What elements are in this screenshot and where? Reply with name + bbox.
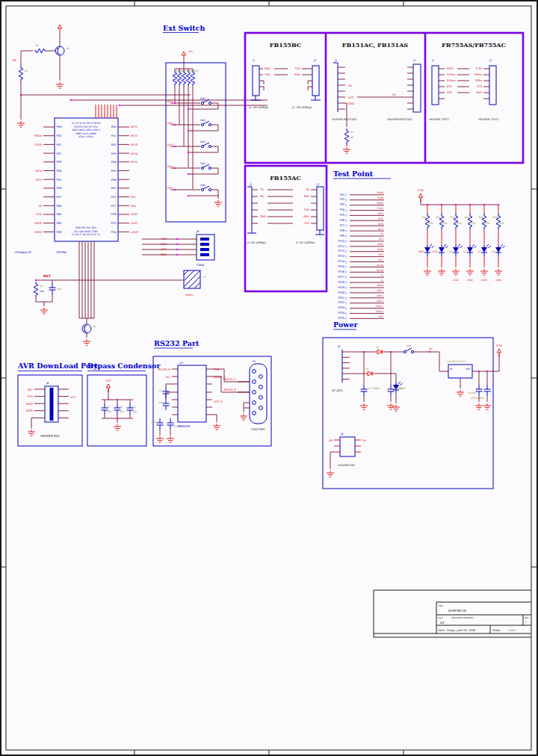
resistor-value: 10K [40,290,45,293]
rev-value: * [525,621,527,625]
net-label: RXD0 [34,134,43,137]
mcu-left-pin: PB1 SCK [37,213,62,216]
module-title: FB755AS/FB755AC [442,41,506,49]
test-point-brace: } [345,219,347,222]
module-wire-row: RXD TXD [259,67,312,70]
reset-circuit: RST R4 10K 104 [34,274,183,314]
net-label: RST [379,315,383,318]
pin-name: PE4 [57,170,62,173]
test-point-refdes: TP17 [337,276,344,279]
test-point-row: TP14 } OC2 [337,258,384,264]
test-point-brace: } [345,297,347,300]
net-label: LED1 [131,213,137,216]
cap-label: C8 104 [394,387,402,390]
net-label: SDA [131,205,137,208]
test-point-brace: } [345,281,347,284]
connector-note: HEADER 7(S/C) [429,118,450,121]
test-point-row: TP3 } RXD1 [338,202,384,207]
test-point-row: TP16 } OC1B [337,269,384,274]
pin-name: PB3 [57,231,62,234]
resistor-refdes: R25 [478,216,483,219]
net-label: VB [329,439,333,442]
connector-note: J1: HS-1438(p) [248,106,269,109]
power-block: Power J5 DC JACK D1 SW1 5V D2 PWR U3 LM1… [323,320,503,489]
test-point-brace: } [345,317,347,320]
test-point-refdes: TP18 [337,281,345,284]
mcu-inner-text: PF0 PF1 PF2 PF3 PF4 [74,126,98,128]
net-label: TX2 [303,222,309,225]
net-label: RS232_T [224,378,236,381]
net-label: INT7 [378,228,383,231]
pin-name: PA0 [111,126,117,128]
pin-name: PE3 [57,161,62,164]
net-label: OC1B [377,269,383,272]
mcu-inner-text: ADC0 ADC1 ADC2 ADC3 [72,128,99,131]
net-label: GPms [474,73,482,76]
net-label: RXD [294,73,300,76]
test-point-brace: } [345,235,347,238]
test-point-row: TP12 } MISO [337,248,384,253]
net-label: TXD0 [34,143,42,146]
size-value: A4 [440,621,445,625]
connector-note: COM PORT [251,428,266,431]
diode-refdes: D1 [376,346,379,349]
ic-part: MAX232 [178,424,191,428]
test-point-brace: } [345,276,347,279]
net-label: TXD0 [377,196,383,199]
mcu-left-pin: PB3 MISO [35,231,62,234]
mcu-block: PEN PE0 RXD0 PE1 TXD0 PE2 PE3 PE4 INT4 P… [15,105,138,345]
pin-name: PB2 [57,222,62,225]
resistor-value: 330 [457,222,462,225]
cap-value: 104 [120,410,124,413]
net-label: KEY3 [131,143,137,146]
module-wire-row: PIO3 3.3V [447,67,483,70]
module-wire-row: DTE RXD [447,91,482,94]
mcu-left-pin: PE3 [43,161,61,164]
net-label: TOSC1 [375,305,383,308]
resistor-value: 330 [471,222,476,225]
net-label: T1 [380,274,383,277]
test-point-brace: } [345,209,347,212]
connector-refdes: J6 [46,382,49,385]
bypass-block: Bypass Condensor VCC C4 104 C5 104 C6 10… [87,362,161,446]
diode-refdes: D2 [365,368,368,371]
pin-name: PE7 [57,196,62,199]
mcu-right-pin: PA5 [111,170,129,173]
net-label: SS [38,205,42,208]
net-label-3v: 3V [13,58,17,62]
mcu-right-pin: PA1 KEY2 [111,134,137,137]
net-label-5v: 5V [429,347,433,350]
test-point-refdes: TP3 [338,203,344,206]
test-point-brace: } [345,291,347,294]
test-point-brace: } [345,250,347,253]
transistor-refdes: Q1 [67,47,69,50]
net-label: LED2 [131,222,137,225]
pin-name: PA4 [111,161,117,164]
mcu-right-pin: PC7 SDA [111,205,137,208]
net-label: VCC [70,396,76,399]
cap-refdes: C11 [158,389,163,392]
mcu-left-pin: PE0 RXD0 [34,134,62,137]
net-label: STAT [433,250,438,253]
section-title: Test Point [333,170,374,178]
mcu-right-pin: PA6 [111,179,129,182]
connector-note: HEADER 8X2(C&S) [332,118,357,121]
net-label: INT4 [36,170,43,173]
test-point-brace: } [345,255,347,258]
cap-label: C9 104 [468,391,476,394]
test-point-row: TP18 } T2 [337,279,384,285]
net-label: TXD [303,208,310,211]
net-label: L2 [463,250,466,253]
mcu-right-pin: PA4 KEY5 [111,161,137,164]
pin-name: PA2 [111,143,117,146]
test-point-refdes: TP21 [337,297,344,300]
net-label: 3.3V [476,67,483,70]
switch-refdes: SW5 [200,184,205,187]
connector-refdes: J4 [340,433,344,436]
pin-name: PE1 [57,143,62,146]
led-column: R24 330 L2 LED2 [463,204,476,282]
test-point-row: TP24 } TOSC2 [337,310,384,315]
net-label-vcc: VCC [188,50,193,53]
pin-name: PA6 [111,179,117,182]
regulator-label: U3 LM1117-3.3V [447,360,467,363]
